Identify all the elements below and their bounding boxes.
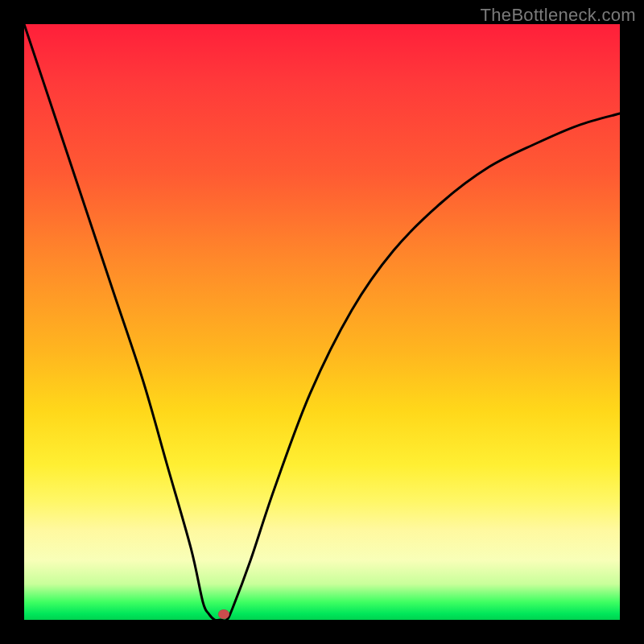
bottleneck-curve <box>24 24 620 621</box>
curve-svg <box>24 24 620 620</box>
chart-frame: TheBottleneck.com <box>0 0 644 644</box>
optimum-marker <box>218 609 229 619</box>
plot-area <box>24 24 620 620</box>
watermark-text: TheBottleneck.com <box>481 5 636 26</box>
